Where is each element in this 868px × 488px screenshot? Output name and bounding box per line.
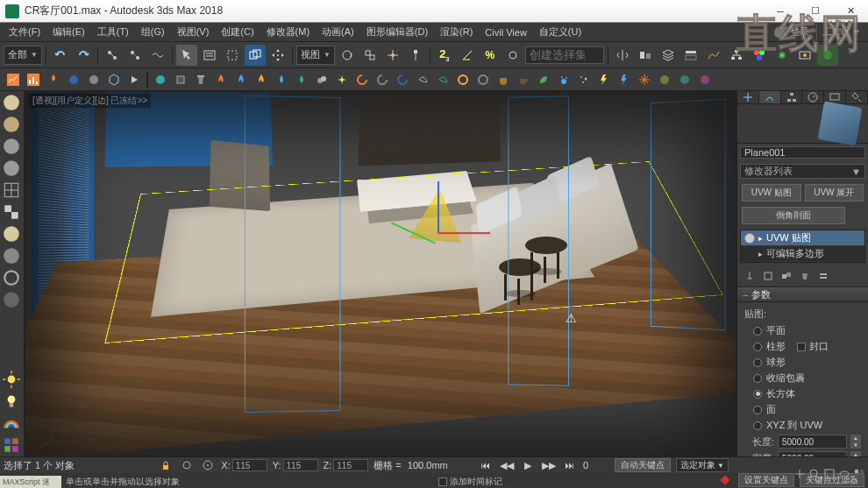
tab-motion[interactable] (802, 91, 824, 103)
goto-start-button[interactable]: ⏮ (478, 458, 494, 472)
fx-icon-b[interactable] (675, 70, 694, 89)
login-button[interactable]: 登录 (769, 25, 815, 39)
fx-smoke-icon[interactable] (312, 70, 331, 89)
goto-end-button[interactable]: ⏭ (562, 458, 578, 472)
fx-bolt2-icon[interactable] (615, 70, 634, 89)
left-sun-icon[interactable] (2, 370, 21, 389)
select-object-button[interactable] (176, 45, 197, 66)
menu-tools[interactable]: 工具(T) (92, 24, 134, 40)
pan-view-button[interactable] (793, 467, 807, 481)
workspace-dropdown[interactable]: 工作区 ▾ (816, 24, 864, 40)
y-field[interactable]: 115 (283, 459, 318, 471)
maximize-button[interactable]: ☐ (798, 0, 833, 23)
fx-sphere-teal-icon[interactable] (151, 70, 170, 89)
rotate-button[interactable] (337, 45, 358, 66)
modifier-list-dropdown[interactable]: 修改器列表▼ (740, 164, 865, 179)
orbit-view-button[interactable] (837, 467, 851, 481)
left-sphere5-icon[interactable] (2, 224, 21, 244)
fx-burst-icon[interactable] (635, 70, 654, 89)
fx-trash-icon[interactable] (191, 70, 210, 89)
radio-box[interactable]: 长方体 (753, 387, 861, 400)
setkey-icon[interactable] (717, 473, 733, 487)
fx-ring2-icon[interactable] (473, 70, 493, 89)
object-name-field[interactable]: Plane001 (740, 146, 865, 159)
render-frame-button[interactable] (794, 45, 815, 66)
tab-hierarchy[interactable] (781, 91, 803, 103)
menu-create[interactable]: 创建(C) (216, 24, 259, 40)
left-sphere4-icon[interactable] (2, 159, 21, 178)
uvw-map-button[interactable]: UVW 贴图 (742, 184, 801, 202)
configure-button[interactable] (815, 268, 831, 284)
tab-modify[interactable] (759, 91, 781, 103)
pin-stack-button[interactable] (742, 268, 758, 284)
fx-icon-a[interactable] (655, 70, 674, 89)
setkey-button[interactable]: 设置关键点 (738, 473, 794, 487)
fx-coffee-icon[interactable] (514, 70, 533, 89)
fx-swirl5-icon[interactable] (433, 70, 452, 89)
close-button[interactable]: ✕ (833, 0, 868, 23)
fx-hex-icon[interactable] (104, 70, 124, 89)
make-unique-button[interactable] (779, 268, 794, 284)
spinner-snap-button[interactable] (502, 45, 523, 66)
bind-spacewarp-button[interactable] (147, 45, 168, 66)
left-light-icon[interactable] (2, 392, 21, 411)
fx-drop-icon[interactable] (272, 70, 291, 89)
menu-file[interactable]: 文件(F) (4, 24, 46, 40)
z-field[interactable]: 115 (333, 459, 368, 471)
rollout-params-header[interactable]: 参数 (737, 287, 868, 302)
key-target-dropdown[interactable]: 选定对象▼ (676, 458, 729, 472)
menu-animation[interactable]: 动画(A) (317, 24, 359, 40)
spinner-arrows[interactable]: ▲▼ (850, 435, 861, 449)
mirror-button[interactable] (612, 45, 633, 66)
abs-rel-button[interactable] (200, 458, 216, 472)
left-circle-icon[interactable] (2, 268, 21, 287)
next-frame-button[interactable]: ▶▶ (541, 458, 557, 472)
redo-button[interactable] (73, 45, 94, 66)
tab-create[interactable] (737, 91, 759, 103)
angle-snap-button[interactable] (457, 45, 478, 66)
align-button[interactable] (635, 45, 656, 66)
left-sphere7-icon[interactable] (2, 290, 21, 309)
layer-explorer-button[interactable] (658, 45, 679, 66)
curve-editor-button[interactable] (703, 45, 724, 66)
render-setup-button[interactable] (772, 45, 793, 66)
left-sphere2-icon[interactable] (2, 115, 21, 134)
radio-face[interactable]: 面 (753, 403, 861, 416)
fx-swirl1-icon[interactable] (352, 70, 372, 89)
menu-civilview[interactable]: Civil View (480, 25, 531, 39)
maxscript-listener[interactable]: MAXScript 迷 (0, 476, 61, 488)
fx-swirl3-icon[interactable] (393, 70, 412, 89)
link-button[interactable] (102, 45, 123, 66)
stack-item-uvw[interactable]: ▸ UVW 贴图 (741, 230, 864, 246)
zoom-extents-button[interactable] (822, 467, 836, 481)
left-grid-icon[interactable] (2, 180, 21, 200)
ref-coord-dropdown[interactable]: 视图▼ (296, 46, 335, 65)
viewport-label[interactable]: [透视][用户定义][边] 已冻结>> (29, 94, 151, 108)
radio-shrinkwrap[interactable]: 收缩包裹 (753, 371, 861, 385)
left-sphere1-icon[interactable] (2, 93, 21, 112)
unlink-button[interactable] (125, 45, 146, 66)
left-sphere3-icon[interactable] (2, 137, 21, 156)
selection-filter-dropdown[interactable]: 全部▼ (4, 46, 42, 65)
stack-item-editpoly[interactable]: ▸ 可编辑多边形 (741, 246, 864, 262)
manipulate-button[interactable] (405, 45, 426, 66)
fx-play-icon[interactable] (125, 70, 144, 89)
named-selection-input[interactable] (525, 46, 604, 64)
frame-field[interactable]: 0 (583, 460, 609, 470)
fx-sphere-blue-icon[interactable] (64, 70, 83, 89)
remove-mod-button[interactable] (797, 268, 813, 284)
tab-utilities[interactable] (846, 91, 868, 103)
toggle-ribbon-button[interactable] (680, 45, 701, 66)
autokey-button[interactable]: 自动关键点 (615, 458, 671, 472)
menu-render[interactable]: 渲染(R) (435, 24, 478, 40)
scale-button[interactable] (359, 45, 381, 66)
fx-cup-icon[interactable] (494, 70, 513, 89)
menu-group[interactable]: 组(G) (136, 24, 170, 40)
material-editor-button[interactable] (749, 45, 770, 66)
fx-swirl4-icon[interactable] (413, 70, 432, 89)
menu-edit[interactable]: 编辑(E) (47, 24, 90, 40)
fx-splash-icon[interactable] (554, 70, 573, 89)
radio-cylindrical[interactable]: 柱形 封口 (753, 340, 861, 353)
show-result-button[interactable] (760, 268, 776, 284)
select-move-button[interactable] (267, 45, 288, 66)
